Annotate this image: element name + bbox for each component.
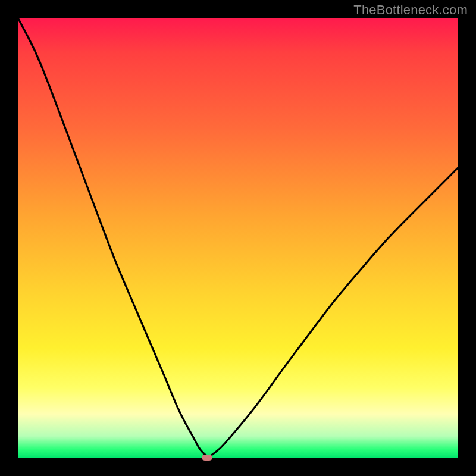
minimum-marker: [202, 455, 212, 461]
watermark-text: TheBottleneck.com: [353, 2, 468, 18]
curve-right-branch: [212, 168, 458, 455]
chart-root: TheBottleneck.com: [0, 0, 476, 476]
curve-left-branch: [18, 18, 207, 456]
plot-area: [18, 18, 458, 458]
bottleneck-curve: [18, 18, 458, 458]
